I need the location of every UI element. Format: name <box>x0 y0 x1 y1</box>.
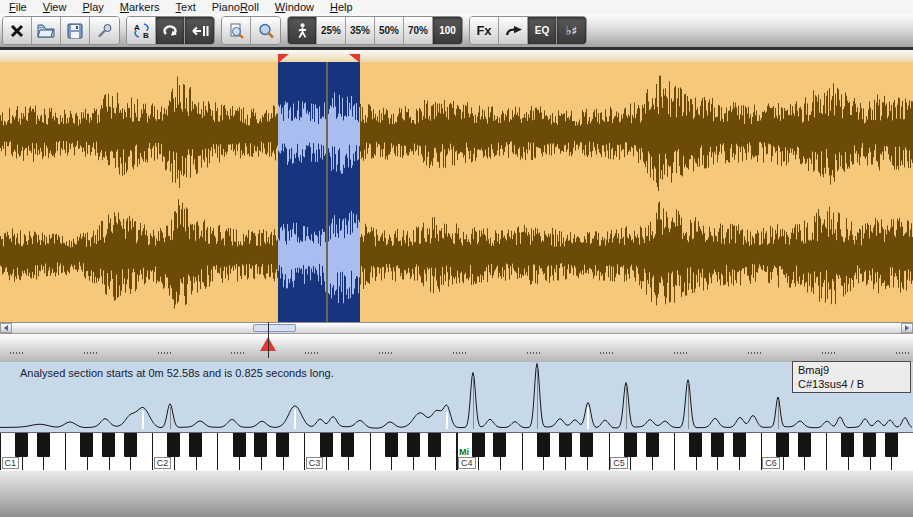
scroll-left-button[interactable] <box>0 323 12 333</box>
black-key[interactable] <box>689 433 702 457</box>
ab-repeat-button[interactable]: A B <box>127 17 156 44</box>
toolbar-zoomtools-group <box>221 16 281 45</box>
black-key[interactable] <box>189 433 202 457</box>
toolbar: A B 25% <box>0 14 913 50</box>
menu-pianoroll[interactable]: PianoRoll <box>209 1 262 13</box>
black-key[interactable] <box>863 433 876 457</box>
black-key[interactable] <box>407 433 420 457</box>
record-button[interactable] <box>90 17 119 44</box>
black-key[interactable] <box>320 433 333 457</box>
black-key[interactable] <box>733 433 746 457</box>
ruler-tick <box>379 352 394 354</box>
zoom-document-icon <box>228 23 244 39</box>
black-key[interactable] <box>776 433 789 457</box>
black-key[interactable] <box>341 433 354 457</box>
zoom-25-button[interactable]: 25% <box>317 17 346 44</box>
piano-keyboard[interactable]: C1C2C3C4C5C6Mi <box>0 432 913 470</box>
black-key[interactable] <box>124 433 137 457</box>
black-key[interactable] <box>80 433 93 457</box>
zoom-70-button[interactable]: 70% <box>404 17 433 44</box>
svg-text:B: B <box>143 31 149 39</box>
flat-sharp-icon: ♭♯ <box>566 24 577 38</box>
effects-button[interactable]: Fx <box>470 17 499 44</box>
black-key[interactable] <box>167 433 180 457</box>
menu-window[interactable]: Window <box>272 1 317 13</box>
zoom-50-button[interactable]: 50% <box>375 17 404 44</box>
black-key[interactable] <box>493 433 506 457</box>
octave-label-c4: C4 <box>458 457 476 469</box>
detected-note-label: Mi <box>458 447 470 457</box>
fx-label: Fx <box>476 23 491 38</box>
black-key[interactable] <box>798 433 811 457</box>
svg-text:A: A <box>134 23 140 32</box>
menu-play[interactable]: Play <box>79 1 106 13</box>
black-key[interactable] <box>885 433 898 457</box>
waveform-top-strip <box>0 50 913 62</box>
ab-repeat-icon: A B <box>132 22 151 39</box>
chord-box: Bmaj9 C#13sus4 / B <box>792 361 911 393</box>
toolbar-fx-group: Fx EQ ♭♯ <box>469 16 587 45</box>
accidentals-button[interactable]: ♭♯ <box>557 17 586 44</box>
loop-button[interactable] <box>156 17 185 44</box>
chord-name-primary: Bmaj9 <box>798 363 905 377</box>
black-key[interactable] <box>537 433 550 457</box>
zoom-tool-button[interactable] <box>251 17 280 44</box>
transport-bar: 0:53.04 3:02.73 ▶ ■ ◀◀ ▶▶ ◀ ▶ 100% ♭ ♯ 0… <box>0 470 913 517</box>
ruler-tick <box>822 352 837 354</box>
menu-file[interactable]: File <box>6 1 30 13</box>
open-folder-icon <box>37 23 55 38</box>
black-key[interactable] <box>580 433 593 457</box>
zoom-100-label: 100 <box>439 25 456 36</box>
black-key[interactable] <box>428 433 441 457</box>
equalizer-button[interactable]: EQ <box>528 17 557 44</box>
menu-markers[interactable]: Markers <box>117 1 163 13</box>
ruler-tick <box>453 352 468 354</box>
black-key[interactable] <box>276 433 289 457</box>
menu-help[interactable]: Help <box>327 1 356 13</box>
overview-strip <box>0 334 913 362</box>
octave-label-c2: C2 <box>154 457 172 469</box>
black-key[interactable] <box>254 433 267 457</box>
black-key[interactable] <box>37 433 50 457</box>
jump-button[interactable] <box>499 17 528 44</box>
black-key[interactable] <box>624 433 637 457</box>
toolbar-file-group <box>2 16 120 45</box>
black-key[interactable] <box>646 433 659 457</box>
close-icon <box>9 23 25 39</box>
scrollbar-thumb[interactable] <box>253 324 296 332</box>
octave-label-c6: C6 <box>762 457 780 469</box>
loop-icon <box>161 23 179 38</box>
walking-person-icon <box>296 23 309 39</box>
save-button[interactable] <box>61 17 90 44</box>
zoom-selection-button[interactable] <box>222 17 251 44</box>
black-key[interactable] <box>385 433 398 457</box>
return-to-start-button[interactable] <box>185 17 214 44</box>
black-key[interactable] <box>711 433 724 457</box>
follow-playback-button[interactable] <box>288 17 317 44</box>
scroll-right-button[interactable] <box>901 323 913 333</box>
analysis-panel: Analysed section starts at 0m 52.58s and… <box>0 362 913 432</box>
zoom-25-label: 25% <box>321 25 341 36</box>
position-marker-line[interactable] <box>268 322 269 358</box>
chord-name-secondary: C#13sus4 / B <box>798 377 905 391</box>
jump-arrow-icon <box>504 25 523 37</box>
zoom-100-button[interactable]: 100 <box>433 17 462 44</box>
black-key[interactable] <box>559 433 572 457</box>
waveform-display[interactable] <box>0 62 913 322</box>
menu-view[interactable]: View <box>40 1 70 13</box>
black-key[interactable] <box>841 433 854 457</box>
menu-text[interactable]: Text <box>173 1 199 13</box>
close-button[interactable] <box>3 17 32 44</box>
zoom-35-button[interactable]: 35% <box>346 17 375 44</box>
zoom-50-label: 50% <box>379 25 399 36</box>
octave-label-c1: C1 <box>2 457 20 469</box>
audio-editor-window: FileViewPlayMarkersTextPianoRollWindowHe… <box>0 0 913 517</box>
open-button[interactable] <box>32 17 61 44</box>
waveform-scrollbar[interactable] <box>0 322 913 334</box>
black-key[interactable] <box>472 433 485 457</box>
spectrum-curve <box>0 362 913 432</box>
black-key[interactable] <box>102 433 115 457</box>
black-key[interactable] <box>233 433 246 457</box>
black-key[interactable] <box>15 433 28 457</box>
ruler-tick <box>896 352 911 354</box>
